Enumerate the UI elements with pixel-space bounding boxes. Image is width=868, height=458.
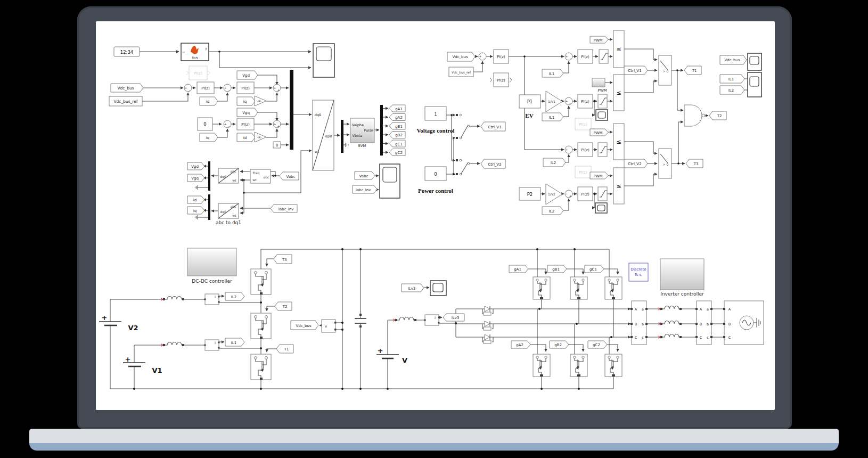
demux-bar[interactable] (208, 194, 210, 220)
goto-tag-vgq[interactable]: Vgq (187, 174, 204, 182)
from-tag-vabc[interactable]: Vabc (280, 172, 299, 180)
input-tag-vdc-bus[interactable]: Vdc_bus (111, 84, 143, 92)
gain-1v1-block[interactable]: 1/V1 (546, 91, 562, 112)
from-tag-iq[interactable]: iq (200, 133, 218, 142)
from-tag-il1[interactable]: IL1 (720, 75, 744, 83)
scope-block[interactable] (748, 53, 761, 70)
relational-operator-block[interactable]: ≤ (613, 168, 624, 204)
from-tag-id[interactable]: id (200, 97, 218, 105)
sum-junction[interactable]: ++ (273, 84, 281, 92)
from-tag-gc1[interactable]: gC1 (585, 265, 604, 273)
ghost-pi-block[interactable]: PI(z) (575, 166, 591, 178)
nand-gate[interactable] (684, 105, 705, 126)
dcdc-controller-subsystem[interactable]: DC-DC controller (187, 248, 236, 284)
goto-tag-ilv3[interactable]: ILv3 (443, 314, 464, 321)
battery-v1[interactable]: + V1 (123, 355, 162, 374)
mosfet-t1[interactable] (251, 354, 271, 380)
goto-tag-ga2[interactable]: gA2 (389, 114, 405, 121)
goto-tag-t1[interactable]: T1 (684, 66, 701, 75)
inductor[interactable] (660, 334, 682, 339)
from-tag-ga2[interactable]: gA2 (511, 341, 530, 348)
igbt-b1[interactable] (570, 277, 587, 299)
igbt-c2[interactable] (605, 354, 622, 377)
saturation-block[interactable] (599, 50, 608, 63)
from-tag-vgd[interactable]: Vgd (237, 71, 258, 79)
gain-1v2-block[interactable]: 1/V2 (546, 184, 562, 205)
goto-tag-ga1[interactable]: gA1 (389, 105, 405, 112)
from-tag-t3[interactable]: T3 (274, 255, 292, 264)
pi-controller-block[interactable]: PI(z) (237, 82, 254, 94)
scope-block[interactable] (595, 203, 607, 213)
pi-controller-block[interactable]: PI(z) (494, 50, 509, 63)
from-tag-il2[interactable]: IL2 (720, 86, 744, 94)
goto-tag-il2[interactable]: IL2 (225, 292, 244, 300)
from-tag-pwm[interactable]: PWM (590, 129, 608, 136)
svm-block[interactable]: Valpha Vbeta Pulse SVM (350, 118, 374, 148)
igbt-a2[interactable] (533, 354, 550, 377)
inductor[interactable] (395, 317, 416, 322)
pll-block[interactable]: Freq wt abc (250, 169, 271, 183)
demux-bar[interactable] (341, 120, 343, 153)
goto-tag-gb1[interactable]: gB1 (389, 122, 405, 129)
mosfet-t3[interactable] (251, 269, 271, 295)
sum-junction[interactable]: +- (224, 120, 231, 128)
manual-switch[interactable] (456, 159, 471, 175)
from-tag-il2[interactable]: IL2 (543, 158, 566, 167)
matlab-function-block[interactable]: u y fcn (181, 43, 209, 61)
digital-clock-block[interactable]: 12:34 (114, 47, 140, 56)
from-tag-t2[interactable]: T2 (275, 302, 292, 310)
sum-junction[interactable]: +- (565, 146, 572, 153)
input-tag-vdc-bus-ref[interactable]: Vdc_bus_ref (109, 96, 142, 106)
from-tag-il2[interactable]: IL2 (542, 207, 563, 215)
constant-p1-block[interactable]: P1EV (519, 95, 541, 119)
ghost-pi-block[interactable]: PI(z) (186, 66, 210, 80)
relational-operator-block[interactable]: ≤ (613, 124, 624, 160)
scope-block[interactable] (430, 281, 446, 296)
simulink-model-canvas[interactable]: 12:34 u y fcn PI(z) Vdc_bus Vdc_bus_ref … (0, 0, 868, 458)
constant-zero-block[interactable]: 0 (198, 118, 212, 130)
constant-zero-block[interactable]: 0Power control (418, 167, 453, 194)
goto-tag-vgd[interactable]: Vgd (187, 162, 204, 170)
abc-to-dq0-block[interactable]: abc dq0 wt (218, 168, 239, 183)
diode-branch[interactable] (481, 334, 495, 344)
igbt-b2[interactable] (570, 354, 587, 377)
inductor[interactable] (660, 306, 682, 310)
goto-tag-t3[interactable]: T3 (686, 159, 703, 168)
diode-branch[interactable] (481, 306, 495, 315)
voltage-measurement[interactable]: v (322, 320, 337, 332)
goto-tag-vdc-bus[interactable]: Vdc_bus (291, 321, 318, 330)
pi-controller-block[interactable]: PI(z) (578, 187, 593, 201)
pi-controller-block[interactable]: PI(z) (578, 143, 593, 157)
from-tag-gb2[interactable]: gB2 (550, 341, 569, 348)
demux-bar[interactable] (380, 105, 383, 156)
pi-controller-block[interactable]: PI(z) (578, 94, 593, 108)
from-tag-pwm[interactable]: PWM (590, 172, 608, 179)
current-measurement[interactable]: i (424, 315, 440, 325)
from-tag-vgq[interactable]: Vgq (237, 108, 258, 117)
relational-operator-block[interactable]: ≤ (613, 30, 624, 68)
demux-bar[interactable] (208, 161, 210, 191)
from-tag-ilv3[interactable]: ILv3 (402, 284, 424, 292)
abc-to-dq1-block[interactable]: abc dq0 wt abc to dq1 (216, 203, 241, 225)
goto-tag-gb2[interactable]: gB2 (389, 132, 405, 138)
sum-junction[interactable]: ++ (273, 120, 281, 128)
from-tag-il1[interactable]: IL1 (542, 113, 563, 121)
inductor[interactable] (163, 297, 184, 301)
goto-tag-id[interactable]: id (187, 196, 204, 203)
current-measurement[interactable]: i (204, 340, 220, 350)
from-tag-iabc-inv[interactable]: Iabc_inv (353, 185, 377, 193)
goto-tag-ctrl-v2[interactable]: Ctrl_V2 (481, 159, 505, 168)
from-tag-vdc-bus[interactable]: Vdc_bus (447, 52, 475, 61)
sum-junction[interactable]: +- (565, 97, 572, 105)
constant-grey-block[interactable] (592, 78, 605, 87)
capacitor[interactable] (355, 314, 366, 328)
sum-junction[interactable]: +- (224, 84, 231, 92)
goto-tag-il1[interactable]: IL1 (225, 338, 244, 346)
igbt-c1[interactable] (605, 277, 622, 299)
from-tag-iabc-inv[interactable]: Iabc_inv (271, 205, 297, 212)
goto-tag-gc1[interactable]: gC1 (389, 140, 405, 147)
mosfet-t2[interactable] (251, 313, 271, 339)
pi-controller-block[interactable]: PI(z) (197, 82, 214, 94)
constant-one-block[interactable]: 1Voltage control (416, 107, 454, 134)
scope-block[interactable] (748, 72, 761, 97)
